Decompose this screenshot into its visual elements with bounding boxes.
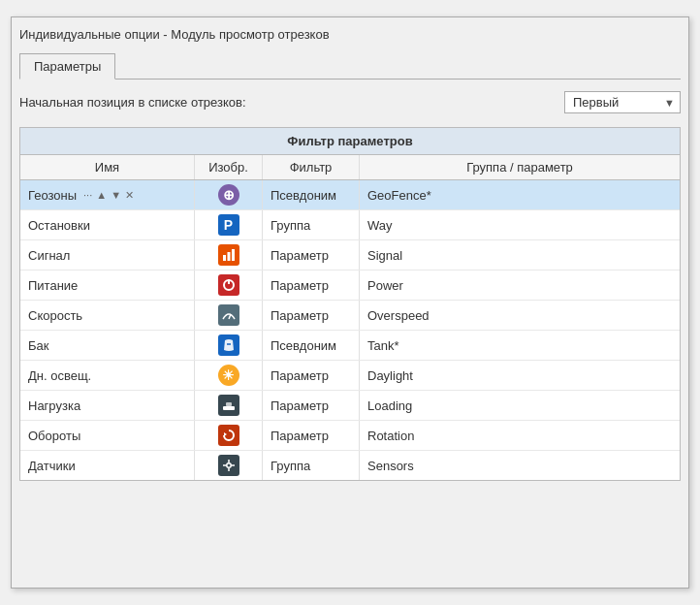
svg-point-10 xyxy=(227,464,230,467)
svg-rect-7 xyxy=(226,402,232,406)
table-row[interactable]: Остановки P Группа Way xyxy=(20,210,680,240)
name-cell: Дн. освещ. xyxy=(20,361,195,390)
table-row[interactable]: Скорость Параметр Overspeed xyxy=(20,301,680,331)
group-cell: Way xyxy=(360,210,680,239)
name-cell: Нагрузка xyxy=(20,391,195,420)
name-cell: Скорость xyxy=(20,301,195,330)
name-cell: Остановки xyxy=(20,210,195,239)
tank-icon xyxy=(218,334,239,356)
col-header-filter: Фильтр xyxy=(263,155,360,179)
col-header-name: Имя xyxy=(20,155,195,179)
col-header-icon: Изобр. xyxy=(195,155,263,179)
filter-cell: Псевдоним xyxy=(263,180,360,209)
icon-cell xyxy=(195,421,263,450)
table-row[interactable]: Геозоны ··· ▲ ▼ ✕ ⊕ Псевдоним GeoFence* xyxy=(20,180,680,210)
filter-cell: Параметр xyxy=(263,301,360,330)
group-cell: Tank* xyxy=(360,331,680,360)
filter-header: Фильтр параметров xyxy=(20,128,680,155)
icon-cell xyxy=(195,271,263,300)
speed-icon xyxy=(218,304,239,326)
sensors-icon xyxy=(218,455,239,476)
icon-cell: ⊕ xyxy=(195,180,263,209)
row-name: Геозоны xyxy=(28,188,77,203)
row-controls: ··· ▲ ▼ ✕ xyxy=(82,189,135,202)
position-dropdown[interactable]: Первый Последний Текущий xyxy=(564,91,681,113)
filter-cell: Параметр xyxy=(263,391,360,420)
svg-rect-0 xyxy=(223,255,226,261)
filter-cell: Параметр xyxy=(263,240,360,270)
rotation-icon xyxy=(218,425,239,446)
group-cell: Signal xyxy=(360,240,680,270)
dots-icon[interactable]: ··· xyxy=(82,189,93,201)
name-cell: Геозоны ··· ▲ ▼ ✕ xyxy=(20,180,195,209)
filter-cell: Группа xyxy=(263,210,360,239)
svg-marker-8 xyxy=(224,432,227,436)
close-icon[interactable]: ✕ xyxy=(124,189,135,202)
icon-cell xyxy=(195,391,263,420)
signal-icon xyxy=(218,244,239,266)
window-title: Индивидуальные опции - Модуль просмотр о… xyxy=(19,25,681,44)
icon-cell xyxy=(195,451,263,480)
name-cell: Питание xyxy=(20,271,195,300)
icon-cell xyxy=(195,331,263,360)
group-cell: Rotation xyxy=(360,421,680,450)
group-cell: Sensors xyxy=(360,451,680,480)
group-cell: Power xyxy=(360,271,680,300)
table-row[interactable]: Нагрузка Параметр Loading xyxy=(20,391,680,421)
power-icon xyxy=(218,274,239,296)
name-cell: Сигнал xyxy=(20,240,195,270)
column-headers: Имя Изобр. Фильтр Группа / параметр xyxy=(20,155,680,180)
geofence-icon: ⊕ xyxy=(218,184,239,206)
icon-cell: ☀ xyxy=(195,361,263,390)
col-header-group: Группа / параметр xyxy=(360,155,680,179)
name-cell: Бак xyxy=(20,331,195,360)
icon-cell xyxy=(195,240,263,270)
table-row[interactable]: Сигнал Параметр Signal xyxy=(20,240,680,271)
filter-cell: Параметр xyxy=(263,421,360,450)
table-row[interactable]: Бак Псевдоним Tank* xyxy=(20,331,680,361)
filter-cell: Группа xyxy=(263,451,360,480)
name-cell: Обороты xyxy=(20,421,195,450)
svg-rect-1 xyxy=(227,252,230,261)
position-dropdown-wrapper: Первый Последний Текущий ▼ xyxy=(564,91,681,113)
stop-icon: P xyxy=(218,214,239,236)
main-window: Индивидуальные опции - Модуль просмотр о… xyxy=(11,16,689,589)
filter-cell: Параметр xyxy=(263,361,360,390)
filter-cell: Псевдоним xyxy=(263,331,360,360)
daylight-icon: ☀ xyxy=(218,365,239,386)
position-label: Начальная позиция в списке отрезков: xyxy=(19,95,246,110)
tab-bar: Параметры xyxy=(19,53,681,80)
table-row[interactable]: Питание Параметр Power xyxy=(20,271,680,301)
svg-rect-2 xyxy=(232,249,235,261)
table-row[interactable]: Дн. освещ. ☀ Параметр Daylight xyxy=(20,361,680,391)
position-row: Начальная позиция в списке отрезков: Пер… xyxy=(19,91,681,113)
loading-icon xyxy=(218,395,239,416)
group-cell: Overspeed xyxy=(360,301,680,330)
group-cell: GeoFence* xyxy=(360,180,680,209)
table-row[interactable]: Датчики Группа Sensors xyxy=(20,451,680,480)
down-icon[interactable]: ▼ xyxy=(110,189,122,201)
group-cell: Loading xyxy=(360,391,680,420)
icon-cell: P xyxy=(195,210,263,239)
svg-rect-6 xyxy=(223,406,235,410)
filter-cell: Параметр xyxy=(263,271,360,300)
up-icon[interactable]: ▲ xyxy=(95,189,108,201)
group-cell: Daylight xyxy=(360,361,680,390)
table-row[interactable]: Обороты Параметр Rotation xyxy=(20,421,680,451)
name-cell: Датчики xyxy=(20,451,195,480)
icon-cell xyxy=(195,301,263,330)
filter-table: Фильтр параметров Имя Изобр. Фильтр Груп… xyxy=(19,127,681,481)
tab-parameters[interactable]: Параметры xyxy=(19,53,115,80)
position-dropdown-container: Первый Последний Текущий ▼ xyxy=(564,91,681,113)
